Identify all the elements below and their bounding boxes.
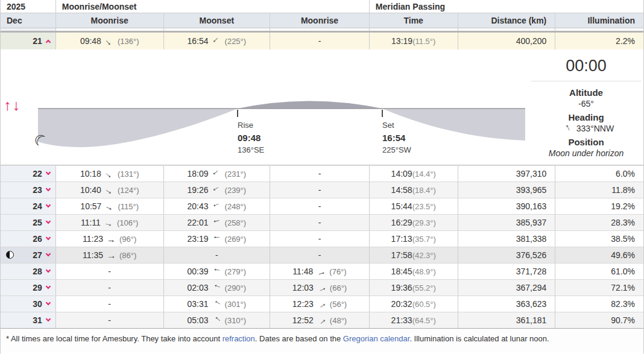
- footnote-link[interactable]: refraction: [223, 334, 255, 343]
- table-row: 26 11:23→(96°) 23:19→(269°) - 17:13(35.7…: [1, 230, 643, 247]
- meridian-time-cell: 20:32(60.5°): [369, 296, 458, 312]
- direction-arrow-icon: →: [210, 282, 222, 293]
- table-row: 29 - 02:03→(290°) 12:03→(66°) 19:36(55.2…: [1, 279, 643, 296]
- table-row: 30 - 03:31→(301°) 12:23→(56°) 20:32(60.5…: [1, 296, 643, 312]
- illumination-cell: 61.0%: [555, 264, 643, 279]
- moonrise2-cell: -: [270, 215, 369, 230]
- date-label: 31: [33, 315, 42, 325]
- date-cell-21-expander[interactable]: 21: [1, 33, 55, 49]
- position-label: Position: [531, 137, 641, 147]
- rise-label: Rise: [238, 120, 264, 131]
- illumination-cell: 28.3%: [555, 215, 643, 230]
- table-row: 25 11:11→(106°) 22:01→(258°) - 16:29(29.…: [1, 214, 643, 230]
- direction-arrow-icon: →: [210, 200, 223, 212]
- date-label: 26: [33, 234, 42, 244]
- meridian-time-cell: 14:58(18.4°): [369, 182, 458, 198]
- moonrise-cell: 10:18→(131°): [55, 166, 163, 182]
- set-label: Set: [382, 120, 411, 131]
- table-row: 22 10:18→(131°) 18:09→(231°) - 14:09(14.…: [1, 165, 643, 182]
- moonset-cell: 00:39→(279°): [163, 264, 270, 279]
- date-cell-expander[interactable]: 24: [1, 198, 55, 214]
- moonrise2-cell: 12:23→(56°): [270, 296, 369, 312]
- moon-table-panel: 2025 Moonrise/Moonset Meridian Passing D…: [0, 0, 644, 354]
- moonrise-cell: -: [55, 280, 163, 296]
- distance-cell: 381,338: [458, 231, 555, 247]
- moonrise2-cell: -: [270, 231, 369, 247]
- moonrise-azimuth: (136°): [118, 37, 139, 46]
- meridian-time-cell: 18:45(48.9°): [369, 264, 458, 279]
- position-value: Moon under horizon: [531, 148, 641, 158]
- moonrise2-cell: -: [270, 198, 369, 214]
- direction-arrow-icon: →: [103, 167, 116, 180]
- date-cell-expander[interactable]: 23: [1, 182, 55, 198]
- heading-label: Heading: [531, 112, 641, 122]
- date-cell-expander[interactable]: 22: [1, 166, 55, 182]
- distance-cell: 400,200: [458, 33, 555, 49]
- rise-direction: 136°SE: [238, 145, 264, 156]
- direction-arrow-icon: →: [315, 314, 328, 326]
- illumination-cell: 90.7%: [555, 312, 643, 328]
- rise-set-arrows-icon: ↑↓: [4, 96, 21, 114]
- distance-cell: 361,181: [458, 312, 555, 328]
- illumination-cell: 2.2%: [555, 33, 643, 49]
- distance-cell: 390,163: [458, 198, 555, 214]
- heading-value: →333°NNW: [531, 124, 641, 133]
- detail-divider: [531, 81, 641, 81]
- direction-arrow-icon: →: [106, 250, 116, 260]
- meridian-time-cell: 14:09(14.4°): [369, 166, 458, 182]
- date-label: 21: [33, 36, 42, 46]
- heading-text: 333°NNW: [576, 124, 614, 133]
- direction-arrow-icon: →: [210, 167, 223, 180]
- meridian-time-cell: 17:58(42.3°): [369, 247, 458, 263]
- group-header-moonrise-moonset: Moonrise/Moonset: [55, 0, 369, 13]
- half-moon-phase-icon: [6, 251, 14, 259]
- table-header-groups: 2025 Moonrise/Moonset Meridian Passing: [1, 0, 643, 13]
- date-label: 23: [33, 185, 42, 195]
- date-cell-expander[interactable]: 27: [1, 247, 55, 263]
- date-cell-expander[interactable]: 28: [1, 264, 55, 279]
- direction-arrow-icon: →: [212, 234, 221, 243]
- date-cell-expander[interactable]: 25: [1, 215, 55, 230]
- chevron-down-icon: [46, 317, 51, 321]
- direction-arrow-icon: →: [106, 234, 116, 244]
- date-label: 30: [33, 299, 42, 309]
- illumination-cell: 6.0%: [555, 166, 643, 182]
- rise-time: 09:48: [238, 131, 264, 145]
- moonrise-cell: -: [55, 296, 163, 312]
- moonrise-cell: -: [55, 312, 163, 328]
- meridian-time-cell: 16:29(29.3°): [369, 215, 458, 230]
- meridian-time-cell: 19:36(55.2°): [369, 280, 458, 296]
- meridian-altitude: (35.7°): [412, 235, 436, 244]
- dash: -: [318, 36, 321, 46]
- direction-arrow-icon: →: [104, 200, 116, 212]
- table-row: 27 11:35→(86°) - - 17:58(42.3°) 376,526 …: [1, 247, 643, 263]
- direction-arrow-icon: →: [315, 282, 327, 294]
- chevron-down-icon: [46, 235, 51, 240]
- group-header-meridian-passing: Meridian Passing: [369, 0, 643, 13]
- moonrise-cell: 11:35→(86°): [55, 247, 163, 263]
- moonrise2-cell: -: [270, 33, 369, 49]
- date-cell-expander[interactable]: 30: [1, 296, 55, 312]
- meridian-altitude: (18.4°): [412, 186, 436, 195]
- distance-cell: 385,937: [458, 215, 555, 230]
- chevron-up-icon: [46, 40, 51, 45]
- direction-arrow-icon: →: [103, 184, 116, 197]
- illumination-cell: 72.1%: [555, 280, 643, 296]
- chevron-down-icon: [46, 219, 51, 224]
- direction-arrow-icon: →: [210, 34, 223, 47]
- table-body: 22 10:18→(131°) 18:09→(231°) - 14:09(14.…: [1, 165, 643, 328]
- moonrise-cell: 11:11→(106°): [55, 215, 163, 230]
- direction-arrow-icon: →: [316, 266, 327, 277]
- footnote-link[interactable]: Gregorian calendar: [343, 334, 410, 343]
- date-cell-expander[interactable]: 26: [1, 231, 55, 247]
- moonset-cell: 19:26→(239°): [163, 182, 270, 198]
- col-header-moonrise-2: Moonrise: [270, 13, 369, 28]
- date-cell-expander[interactable]: 31: [1, 312, 55, 328]
- date-cell-expander[interactable]: 29: [1, 280, 55, 296]
- distance-cell: 367,294: [458, 280, 555, 296]
- moonrise-cell: 10:40→(124°): [55, 182, 163, 198]
- meridian-time: 16:29: [391, 218, 412, 227]
- table-row: 24 10:57→(115°) 20:43→(248°) - 15:44(23.…: [1, 198, 643, 214]
- direction-arrow-icon: →: [210, 184, 223, 197]
- distance-cell: 397,310: [458, 166, 555, 182]
